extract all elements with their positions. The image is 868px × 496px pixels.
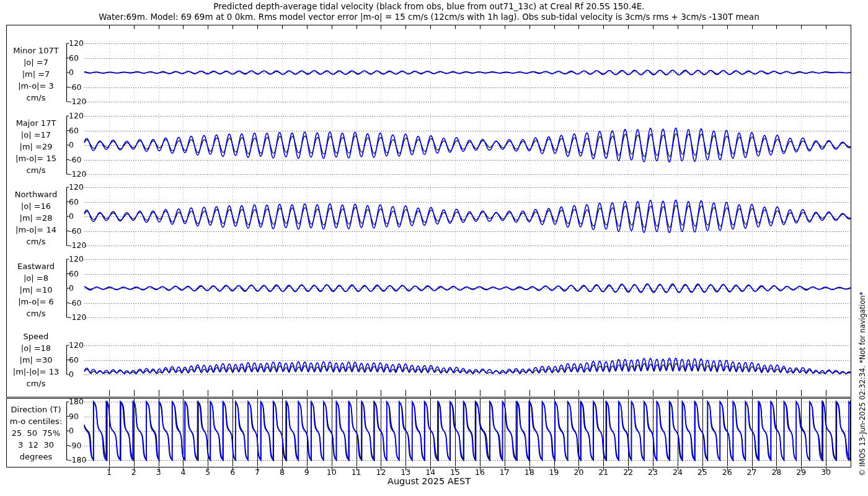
- y-tick-label-speed-60: 60: [69, 355, 79, 365]
- y-tick-label-northward-60: 60: [69, 197, 79, 207]
- panel-minor-label-block: Minor 107T|o| =7|m| =7|m-o|= 3cm/s: [5, 45, 67, 104]
- y-tick-label-minor--60: -60: [69, 82, 81, 92]
- panel-speed-label-line-0: Speed: [5, 330, 67, 342]
- panel-major-label-line-2: |m| =29: [5, 141, 67, 153]
- panel-speed-label-line-4: cm/s: [5, 378, 67, 389]
- panel-northward-label-line-0: Northward: [5, 188, 67, 200]
- panel-direction-label-line-2: 25 50 75%: [5, 427, 67, 439]
- panel-major-label-line-1: |o| =17: [5, 129, 67, 141]
- x-tick-label-16: 16: [471, 467, 489, 477]
- panel-eastward-label-line-4: cm/s: [5, 308, 67, 319]
- x-tick-label-2: 2: [125, 467, 143, 477]
- x-tick-label-30: 30: [817, 467, 835, 477]
- y-tick-label-major-0: 0: [69, 140, 74, 150]
- x-tick-label-1: 1: [100, 467, 118, 477]
- watermark-text: © IMOS 13-Jun-2025 02:32:34. *Not for na…: [858, 292, 867, 476]
- y-tick-label-eastward--120: -120: [69, 312, 86, 322]
- panel-northward-label-block: Northward|o| =16|m| =28|m-o|= 14cm/s: [5, 188, 67, 247]
- y-tick-label-northward-120: 120: [69, 182, 84, 192]
- y-tick-label-northward--60: -60: [69, 226, 81, 236]
- panel-direction-label-line-3: 3 12 30: [5, 439, 67, 451]
- x-tick-label-6: 6: [223, 467, 242, 477]
- panel-eastward-label-line-2: |m| =10: [5, 284, 67, 296]
- x-tick-label-5: 5: [198, 467, 217, 477]
- y-tick-label-major--60: -60: [69, 155, 81, 165]
- panel-eastward-label-line-3: |m-o|= 6: [5, 296, 67, 308]
- y-tick-label-eastward-60: 60: [69, 269, 79, 279]
- y-tick-label-speed-0: 0: [69, 370, 74, 379]
- x-tick-label-26: 26: [718, 467, 737, 477]
- panel-speed-label-line-2: |m| =30: [5, 354, 67, 366]
- panel-minor-label-line-1: |o| =7: [5, 56, 67, 68]
- y-tick-label-direction-180: 180: [69, 397, 84, 407]
- panel-direction-label-line-0: Direction (T): [5, 404, 67, 415]
- panel-major-label-line-0: Major 17T: [5, 117, 67, 129]
- x-tick-label-27: 27: [743, 467, 761, 477]
- x-tick-label-25: 25: [693, 467, 712, 477]
- y-tick-label-speed-120: 120: [69, 340, 84, 350]
- y-tick-label-minor-60: 60: [69, 53, 79, 63]
- y-tick-label-minor-120: 120: [69, 38, 84, 48]
- panel-eastward-label-line-0: Eastward: [5, 260, 67, 272]
- panel-major-label-line-3: |m-o|= 15: [5, 153, 67, 164]
- y-tick-label-major--120: -120: [69, 169, 86, 179]
- x-tick-label-4: 4: [174, 467, 192, 477]
- x-tick-label-13: 13: [396, 467, 415, 477]
- panel-minor-label-line-2: |m| =7: [5, 68, 67, 80]
- x-tick-label-28: 28: [767, 467, 786, 477]
- panel-northward-label-line-4: cm/s: [5, 236, 67, 247]
- x-tick-label-14: 14: [421, 467, 440, 477]
- x-tick-label-17: 17: [495, 467, 514, 477]
- y-tick-label-eastward--60: -60: [69, 298, 81, 308]
- plot-canvas: [0, 0, 868, 496]
- x-tick-label-29: 29: [792, 467, 810, 477]
- x-tick-label-7: 7: [248, 467, 267, 477]
- y-tick-label-direction-90: 90: [69, 412, 79, 422]
- y-tick-label-major-120: 120: [69, 111, 84, 121]
- x-tick-label-15: 15: [446, 467, 464, 477]
- x-tick-label-9: 9: [298, 467, 316, 477]
- x-tick-label-24: 24: [668, 467, 687, 477]
- y-tick-label-direction-0: 0: [69, 426, 74, 436]
- panel-major-label-line-4: cm/s: [5, 164, 67, 176]
- x-tick-label-21: 21: [594, 467, 613, 477]
- panel-direction-label-block: Direction (T)m-o centiles:25 50 75%3 12 …: [5, 404, 67, 463]
- figure-title-line1: Predicted depth-average tidal velocity (…: [0, 1, 858, 11]
- x-tick-label-8: 8: [273, 467, 291, 477]
- x-tick-label-18: 18: [520, 467, 539, 477]
- panel-direction-label-line-1: m-o centiles:: [5, 415, 67, 427]
- y-tick-label-major-60: 60: [69, 126, 79, 136]
- y-tick-label-direction--180: -180: [69, 455, 86, 465]
- tidal-velocity-figure: Predicted depth-average tidal velocity (…: [0, 0, 868, 496]
- x-tick-label-12: 12: [371, 467, 390, 477]
- x-tick-label-11: 11: [347, 467, 366, 477]
- x-tick-label-22: 22: [619, 467, 637, 477]
- panel-northward-label-line-1: |o| =16: [5, 200, 67, 212]
- panel-northward-label-line-3: |m-o|= 14: [5, 224, 67, 236]
- panel-eastward-label-line-1: |o| =8: [5, 272, 67, 284]
- panel-major-label-block: Major 17T|o| =17|m| =29|m-o|= 15cm/s: [5, 117, 67, 176]
- x-tick-label-20: 20: [569, 467, 588, 477]
- y-tick-label-eastward-120: 120: [69, 254, 84, 264]
- y-tick-label-minor--120: -120: [69, 97, 86, 107]
- panel-direction-label-line-4: degrees: [5, 451, 67, 463]
- panel-speed-label-line-3: |m|-|o|= 13: [5, 366, 67, 378]
- x-tick-label-3: 3: [149, 467, 168, 477]
- x-axis-label: August 2025 AEST: [0, 476, 858, 486]
- y-tick-label-eastward-0: 0: [69, 283, 74, 293]
- y-tick-label-minor-0: 0: [69, 68, 74, 78]
- panel-northward-label-line-2: |m| =28: [5, 212, 67, 224]
- panel-eastward-label-block: Eastward|o| =8|m| =10|m-o|= 6cm/s: [5, 260, 67, 319]
- panel-speed-label-block: Speed|o| =18|m| =30|m|-|o|= 13cm/s: [5, 330, 67, 389]
- y-tick-label-direction--90: -90: [69, 441, 81, 451]
- x-tick-label-19: 19: [545, 467, 564, 477]
- x-tick-label-10: 10: [322, 467, 341, 477]
- y-tick-label-northward-0: 0: [69, 211, 74, 221]
- y-tick-label-northward--120: -120: [69, 241, 86, 250]
- figure-title-line2: Water:69m. Model: 69 69m at 0 0km. Rms m…: [0, 12, 858, 22]
- panel-speed-label-line-1: |o| =18: [5, 342, 67, 354]
- panel-minor-label-line-0: Minor 107T: [5, 45, 67, 56]
- panel-minor-label-line-4: cm/s: [5, 92, 67, 104]
- panel-minor-label-line-3: |m-o|= 3: [5, 80, 67, 92]
- x-tick-label-23: 23: [644, 467, 662, 477]
